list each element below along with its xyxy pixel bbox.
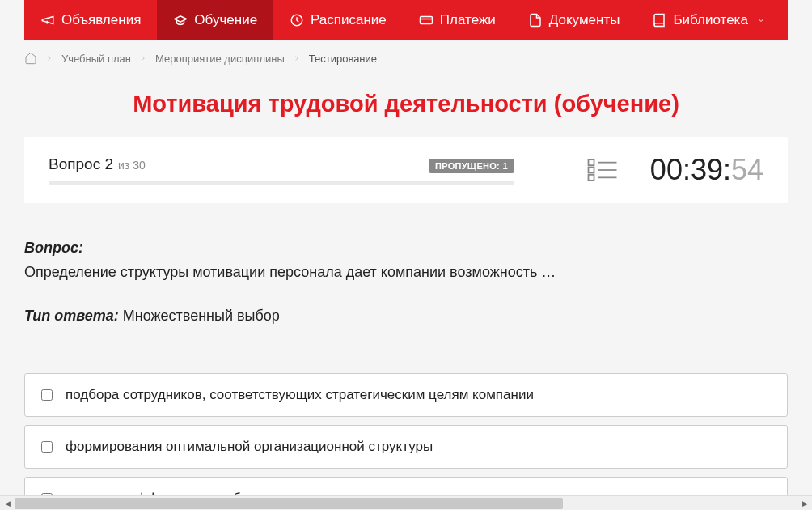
answers-list: подбора сотрудников, соответствующих стр… — [0, 325, 812, 495]
scroll-right-button[interactable]: ▶ — [797, 496, 812, 511]
breadcrumb-link[interactable]: Мероприятие дисциплины — [155, 53, 285, 65]
answer-type-value: Множественный выбор — [123, 308, 280, 324]
timer-seconds: 54 — [731, 153, 763, 187]
status-panel: Вопрос 2 из 30 ПРОПУЩЕНО: 1 00:39:54 — [24, 137, 788, 203]
page-title: Мотивация трудовой деятельности (обучени… — [0, 76, 812, 137]
breadcrumb-current: Тестирование — [309, 53, 377, 65]
chevron-right-icon — [45, 54, 53, 62]
question-number: Вопрос 2 — [49, 155, 113, 173]
nav-label: Документы — [549, 12, 620, 28]
megaphone-icon — [40, 13, 55, 28]
credit-card-icon — [419, 13, 433, 28]
question-body: Вопрос: Определение структуры мотивации … — [0, 203, 812, 291]
question-text: Определение структуры мотивации персонал… — [24, 261, 788, 283]
main-nav: Объявления Обучение Расписание Платежи — [24, 0, 788, 40]
answer-option[interactable]: точного и эффективного обучения — [24, 477, 788, 495]
nav-label: Платежи — [440, 12, 496, 28]
svg-rect-4 — [588, 168, 594, 173]
scroll-track[interactable] — [15, 496, 797, 511]
chevron-right-icon — [293, 54, 301, 62]
home-icon[interactable] — [24, 52, 37, 65]
answer-text: подбора сотрудников, соответствующих стр… — [66, 387, 534, 403]
document-icon — [528, 13, 543, 28]
scroll-thumb[interactable] — [15, 498, 563, 509]
nav-item-documents[interactable]: Документы — [512, 0, 636, 40]
nav-label: Обучение — [194, 12, 257, 28]
nav-item-learning[interactable]: Обучение — [157, 0, 273, 40]
chevron-right-icon — [139, 54, 147, 62]
nav-label: Библиотека — [673, 12, 747, 28]
question-list-icon[interactable] — [587, 159, 618, 181]
breadcrumb: Учебный план Мероприятие дисциплины Тест… — [0, 40, 812, 76]
svg-rect-6 — [588, 175, 594, 181]
nav-label: Объявления — [61, 12, 141, 28]
timer-hours-minutes: 00:39: — [650, 153, 731, 187]
horizontal-scrollbar[interactable]: ◀ ▶ — [0, 495, 812, 510]
nav-item-payments[interactable]: Платежи — [403, 0, 512, 40]
question-total: из 30 — [118, 159, 146, 172]
skipped-badge: ПРОПУЩЕНО: 1 — [429, 159, 514, 173]
nav-item-schedule[interactable]: Расписание — [273, 0, 403, 40]
book-icon — [652, 13, 666, 28]
answer-option[interactable]: формирования оптимальной организационной… — [24, 425, 788, 469]
answer-type-label: Тип ответа: — [24, 308, 119, 324]
nav-label: Расписание — [311, 12, 387, 28]
answer-checkbox[interactable] — [41, 441, 53, 453]
question-label: Вопрос: — [24, 240, 788, 257]
clock-icon — [290, 13, 304, 28]
answer-type: Тип ответа: Множественный выбор — [0, 291, 812, 325]
answer-text: формирования оптимальной организационной… — [66, 439, 433, 455]
graduation-cap-icon — [173, 13, 188, 28]
svg-rect-2 — [588, 159, 594, 165]
progress-bar — [49, 181, 514, 185]
chevron-down-icon — [756, 15, 766, 25]
scroll-left-button[interactable]: ◀ — [0, 496, 15, 511]
answer-checkbox[interactable] — [41, 389, 53, 401]
svg-rect-1 — [420, 17, 432, 24]
answer-option[interactable]: подбора сотрудников, соответствующих стр… — [24, 373, 788, 417]
nav-item-announcements[interactable]: Объявления — [24, 0, 157, 40]
timer: 00:39:54 — [650, 153, 763, 187]
breadcrumb-link[interactable]: Учебный план — [61, 53, 131, 65]
nav-item-library[interactable]: Библиотека — [636, 0, 781, 40]
